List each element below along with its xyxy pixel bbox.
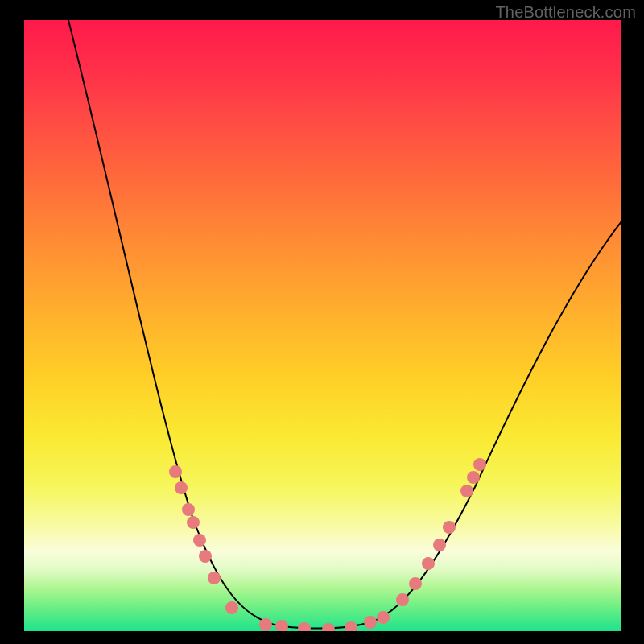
curve-marker bbox=[169, 465, 182, 478]
curve-marker bbox=[298, 622, 311, 631]
curve-markers bbox=[169, 458, 486, 631]
curve-marker bbox=[182, 503, 195, 516]
curve-marker bbox=[199, 550, 212, 563]
bottleneck-curve bbox=[68, 20, 621, 629]
curve-marker bbox=[467, 471, 480, 484]
curve-marker bbox=[443, 521, 456, 534]
curve-marker bbox=[225, 601, 238, 614]
curve-marker bbox=[460, 485, 473, 497]
chart-frame: TheBottleneck.com bbox=[0, 0, 644, 644]
curve-marker bbox=[364, 616, 377, 629]
curve-marker bbox=[396, 593, 409, 606]
curve-marker bbox=[193, 534, 206, 547]
watermark-text: TheBottleneck.com bbox=[495, 3, 636, 22]
curve-layer bbox=[24, 20, 621, 631]
curve-marker bbox=[259, 618, 272, 631]
curve-marker bbox=[208, 572, 221, 584]
curve-marker bbox=[345, 621, 357, 631]
curve-marker bbox=[409, 577, 422, 590]
curve-marker bbox=[275, 620, 288, 631]
plot-area bbox=[24, 20, 621, 631]
curve-marker bbox=[322, 623, 335, 631]
curve-marker bbox=[422, 557, 435, 570]
curve-marker bbox=[473, 458, 486, 471]
curve-marker bbox=[187, 516, 200, 529]
curve-marker bbox=[377, 611, 390, 624]
curve-marker bbox=[175, 481, 188, 494]
curve-marker bbox=[433, 539, 446, 551]
